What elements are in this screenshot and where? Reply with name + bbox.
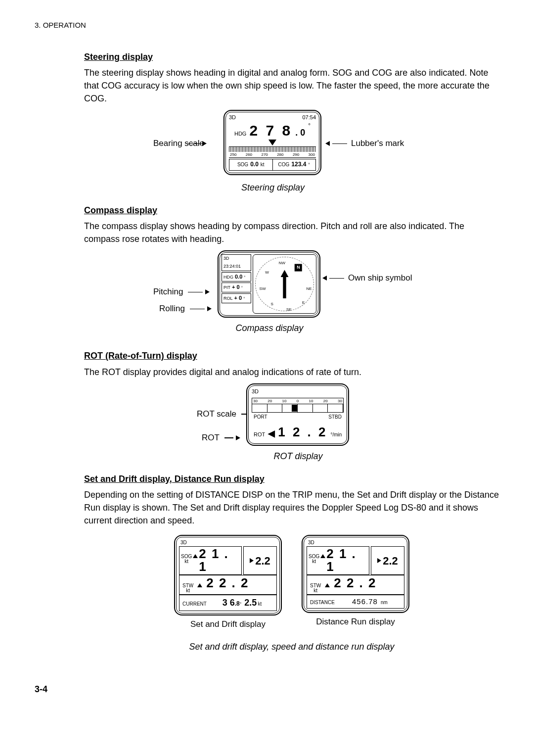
section-tag: 3. OPERATION <box>35 20 499 31</box>
sog-readout: SOGkt 2 1 . 1 <box>179 546 242 575</box>
mode-label: 3D <box>179 539 277 547</box>
callout-lubber: Lubber's mark <box>325 138 404 150</box>
pitch-readout: PIT+ 0° <box>222 283 251 292</box>
caption-compass: Compass display <box>218 322 321 334</box>
rot-device: 3D 302010 01020 30 <box>246 383 349 446</box>
compass-rose: N NE E SE S SW W NW <box>253 254 316 314</box>
compass-device: 3D 23:24:01 HDG0.0° PIT+ 0° ROL+ 0° <box>218 250 320 318</box>
rot-readout: ROT ◀ 1 2 . 2 °/min <box>252 423 344 442</box>
figure-rot: ROT scale ROT 3D 302010 01020 30 <box>84 383 499 463</box>
cog-readout: COG 123.4 ° <box>272 159 316 170</box>
heading-steering: Steering display <box>84 50 499 63</box>
distance-readout: DISTANCE 456.78 nm <box>307 595 404 609</box>
north-icon: N <box>295 264 302 272</box>
stbd-label: STBD <box>328 414 342 421</box>
para-compass: The compass display shows heading by com… <box>84 220 499 245</box>
para-sdd: Depending on the setting of DISTANCE DIS… <box>84 488 499 527</box>
callout-pitching: Pitching <box>153 286 210 298</box>
callout-rolling: Rolling <box>159 303 212 315</box>
mode-label: 3D <box>229 114 236 122</box>
sog-lateral: 2.2 <box>243 546 277 575</box>
content: Steering display The steering display sh… <box>84 50 499 654</box>
caption-sdd: Set and drift display, speed and distanc… <box>84 640 499 653</box>
stw-readout: STWkt 2 2 . 2 <box>307 575 404 595</box>
triangle-right-icon <box>250 558 254 563</box>
own-ship-icon <box>281 270 289 298</box>
bearing-scale: 250 260 270 280 290 300 <box>229 146 316 158</box>
caption-rot: ROT display <box>246 450 350 463</box>
time-label: 07:54 <box>302 114 316 122</box>
degree-icon: ° <box>308 162 310 168</box>
sog-readout: SOGkt 2 1 . 1 <box>307 546 369 575</box>
rot-scale: 302010 01020 30 <box>252 398 344 413</box>
hdg-readout: HDG 2 7 8 . 0 ° <box>229 120 316 142</box>
steering-device: 3D 07:54 HDG 2 7 8 . 0 ° 250 26 <box>223 110 321 175</box>
callout-rot-value: ROT <box>202 432 240 444</box>
para-rot: The ROT display provides digital and ana… <box>84 366 499 378</box>
sog-lateral: 2.2 <box>371 546 404 575</box>
arrow-left-icon: ◀ <box>268 427 275 440</box>
roll-readout: ROL+ 0° <box>222 293 251 303</box>
caption-steering: Steering display <box>223 181 322 194</box>
mode-time: 3D 23:24:01 <box>222 254 251 271</box>
caption-set-drift: Set and Drift display <box>174 618 282 631</box>
para-steering: The steering display shows heading in di… <box>84 66 499 105</box>
page-number: 3-4 <box>35 683 499 696</box>
set-drift-device: 3D SOGkt 2 1 . 1 2.2 STWkt <box>174 535 282 630</box>
triangle-right-icon <box>377 558 381 563</box>
triangle-up-icon <box>320 554 325 558</box>
sog-readout: SOG 0.0 kt <box>229 159 272 170</box>
figure-steering: Bearing scale Lubber's mark 3D 07:54 HDG… <box>84 110 499 194</box>
degree-icon: ° <box>308 122 311 130</box>
triangle-up-icon <box>325 583 330 587</box>
heading-compass: Compass display <box>84 204 499 217</box>
triangle-up-icon <box>193 554 198 558</box>
port-label: PORT <box>254 414 267 421</box>
figure-sdd: 3D SOGkt 2 1 . 1 2.2 STWkt <box>84 535 499 630</box>
current-readout: CURRENT 3 6.8° 2.5 kt <box>179 595 277 611</box>
rot-bar-fill <box>292 405 298 412</box>
distance-run-device: 3D SOGkt 2 1 . 1 2.2 STWkt <box>302 535 409 630</box>
stw-readout: STWkt 2 2 . 2 <box>179 575 277 595</box>
callout-bearing-scale: Bearing scale <box>153 138 207 150</box>
callout-own-ship: Own ship symbol <box>322 272 412 284</box>
caption-distance-run: Distance Run display <box>302 616 409 628</box>
mode-label: 3D <box>307 539 404 547</box>
heading-sdd: Set and Drift display, Distance Run disp… <box>84 472 499 485</box>
heading-rot: ROT (Rate-of-Turn) display <box>84 349 499 362</box>
triangle-up-icon <box>197 583 202 587</box>
hdg-readout: HDG0.0° <box>222 272 251 282</box>
mode-label: 3D <box>252 388 344 396</box>
figure-compass: Pitching Rolling Own ship symbol 3D 23:2… <box>84 250 499 339</box>
